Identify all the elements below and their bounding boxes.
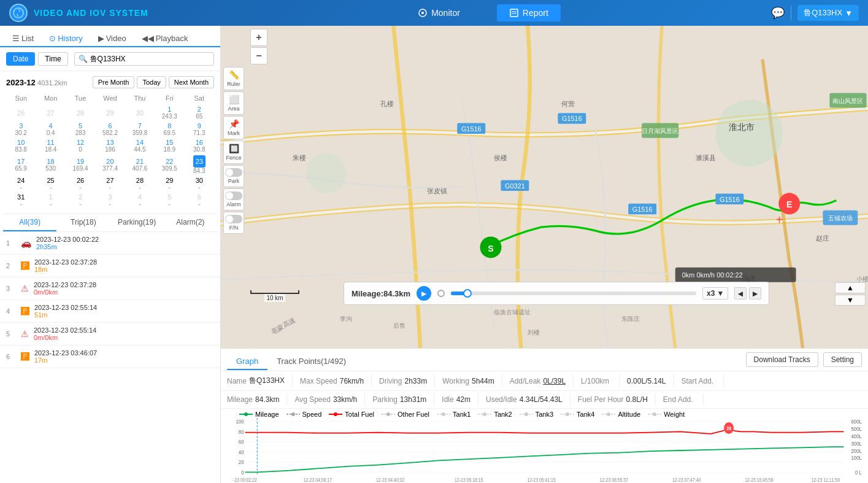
legend-tank3[interactable]: Tank3 — [520, 411, 553, 418]
event-list-item[interactable]: 4 🅿 2023-12-23 02:55:14 51m — [0, 300, 220, 323]
mark-tool-btn[interactable]: 📌 Mark — [223, 116, 244, 139]
calendar-day[interactable]: 6- — [185, 192, 214, 209]
calendar-day[interactable]: 30 — [125, 104, 155, 121]
calendar-day[interactable]: 5- — [155, 192, 184, 209]
play-btn[interactable]: ▶ — [417, 286, 431, 301]
fn-tool-btn[interactable]: F/N — [223, 212, 244, 234]
graph-tab[interactable]: Graph — [227, 354, 267, 370]
legend-tank1[interactable]: Tank1 — [437, 411, 470, 418]
legend-speed[interactable]: Speed — [286, 411, 322, 418]
event-list-item[interactable]: 5 ⚠ 2023-12-23 02:55:14 0m/0km — [0, 323, 220, 346]
calendar-day[interactable]: 25- — [36, 176, 65, 192]
zoom-in-btn[interactable]: + — [250, 29, 267, 46]
next-arrow[interactable]: ▶ — [749, 287, 761, 299]
tab-history[interactable]: ⊙ History — [43, 31, 88, 47]
event-list-item[interactable]: 6 🅿 2023-12-23 03:46:07 17m — [0, 346, 220, 368]
calendar-day[interactable]: 1- — [36, 192, 65, 209]
legend-mileage[interactable]: Mileage — [239, 411, 279, 418]
alarm-tool-btn[interactable]: Alarm — [223, 188, 244, 211]
next-month-btn[interactable]: Next Month — [169, 76, 214, 88]
calendar-day[interactable]: 24- — [6, 176, 36, 192]
tab-video[interactable]: ▶ Video — [92, 31, 133, 46]
filter-trip[interactable]: Trip(18) — [56, 214, 110, 231]
report-btn[interactable]: Report — [497, 4, 561, 21]
filter-parking[interactable]: Parking(19) — [110, 214, 164, 231]
calendar-day[interactable]: 28- — [125, 176, 155, 192]
calendar-day[interactable]: 1083.8 — [6, 137, 36, 154]
calendar-day[interactable]: 31- — [6, 192, 36, 209]
calendar-day[interactable]: 6582.2 — [95, 121, 125, 137]
event-list-item[interactable]: 2 🅿 2023-12-23 02:37:28 18m — [0, 255, 220, 277]
calendar-day[interactable]: 3- — [95, 192, 125, 209]
download-tracks-btn[interactable]: Download Tracks — [746, 352, 818, 367]
calendar-day[interactable]: 1765.9 — [6, 154, 36, 176]
ruler-tool-btn[interactable]: 📏 Ruler — [223, 67, 244, 90]
collapse-up-btn[interactable]: ▲ — [835, 282, 866, 293]
calendar-day[interactable]: 22309.5 — [155, 154, 184, 176]
calendar-day[interactable]: 7359.8 — [125, 121, 155, 137]
calendar-day[interactable]: 30- — [185, 176, 214, 192]
calendar-day[interactable]: 40.4 — [36, 121, 65, 137]
pause-btn[interactable] — [437, 290, 445, 297]
speed-selector[interactable]: x3 ▼ — [702, 287, 728, 299]
playback-bar[interactable] — [451, 292, 696, 295]
calendar-day[interactable]: 27 — [36, 104, 65, 121]
calendar-day[interactable]: 4- — [125, 192, 155, 209]
calendar-day[interactable]: 2384.3 — [185, 154, 214, 176]
monitor-btn[interactable]: Monitor — [405, 4, 472, 21]
calendar-day[interactable]: 1444.5 — [125, 137, 155, 154]
calendar-day[interactable]: 21407.6 — [125, 154, 155, 176]
legend-altitude[interactable]: Altitude — [602, 411, 640, 418]
filter-all[interactable]: All(39) — [3, 214, 56, 231]
calendar-day[interactable]: 330.2 — [6, 121, 36, 137]
calendar-day[interactable]: 20377.4 — [95, 154, 125, 176]
calendar-day[interactable]: 13186 — [95, 137, 125, 154]
collapse-down-btn[interactable]: ▼ — [835, 295, 866, 306]
calendar-day[interactable]: 27- — [95, 176, 125, 192]
area-tool-btn[interactable]: ⬜ Area — [223, 91, 244, 115]
cal-km-value: 169.4 — [67, 165, 94, 172]
calendar-day[interactable]: 1518.9 — [155, 137, 184, 154]
calendar-day[interactable]: 28 — [66, 104, 95, 121]
calendar-day[interactable]: 26- — [66, 176, 95, 192]
tab-playback[interactable]: ◀◀ Playback — [136, 31, 194, 46]
vehicle-selector[interactable]: 鲁Q133HX ▼ — [797, 5, 859, 21]
legend-other-fuel[interactable]: Other Fuel — [382, 411, 429, 418]
prev-arrow[interactable]: ◀ — [734, 287, 747, 299]
today-btn[interactable]: Today — [137, 76, 166, 88]
vehicle-search-input[interactable] — [90, 55, 210, 63]
setting-btn[interactable]: Setting — [823, 352, 862, 367]
fence-tool-btn[interactable]: 🔲 Fence — [223, 141, 244, 164]
calendar-day[interactable]: 5283 — [66, 121, 95, 137]
calendar-day[interactable]: 1118.4 — [36, 137, 65, 154]
legend-tank2[interactable]: Tank2 — [478, 411, 512, 418]
legend-weight[interactable]: Weight — [648, 411, 685, 418]
calendar-day[interactable]: 2- — [66, 192, 95, 209]
calendar-day[interactable]: 120 — [66, 137, 95, 154]
calendar-day[interactable]: 971.3 — [185, 121, 214, 137]
calendar-day[interactable]: 29- — [155, 176, 184, 192]
svg-text:E: E — [786, 199, 792, 209]
pre-month-btn[interactable]: Pre Month — [93, 76, 135, 88]
map-container[interactable]: 淮北市 宿州市 濉溪县 朱楼 孔楼 何营 侯楼 张皮镇 慕庄 冯庄 赵庄 G15… — [221, 26, 868, 348]
calendar-day[interactable]: 1630.8 — [185, 137, 214, 154]
calendar-day[interactable]: 26 — [6, 104, 36, 121]
legend-total-fuel[interactable]: Total Fuel — [329, 411, 374, 418]
tab-list[interactable]: ☰ List — [6, 31, 40, 46]
calendar-day[interactable]: 1243.3 — [155, 104, 184, 121]
date-toggle-btn[interactable]: Date — [6, 52, 35, 66]
calendar-day[interactable]: 29 — [95, 104, 125, 121]
calendar-day[interactable]: 18530 — [36, 154, 65, 176]
event-list-item[interactable]: 3 ⚠ 2023-12-23 02:37:28 0m/0km — [0, 277, 220, 300]
legend-tank4[interactable]: Tank4 — [561, 411, 594, 418]
calendar-day[interactable]: 869.5 — [155, 121, 184, 137]
filter-alarm[interactable]: Alarm(2) — [164, 214, 217, 231]
time-toggle-btn[interactable]: Time — [38, 52, 67, 66]
zoom-out-btn[interactable]: − — [250, 47, 267, 64]
park-tool-btn[interactable]: Park — [223, 165, 244, 187]
calendar-day[interactable]: 265 — [185, 104, 214, 121]
message-icon[interactable]: 💬 — [771, 6, 785, 20]
calendar-day[interactable]: 19169.4 — [66, 154, 95, 176]
track-points-tab[interactable]: Track Points(1/492) — [267, 354, 355, 370]
event-list-item[interactable]: 1 🚗 2023-12-23 00:02:22 2h35m — [0, 232, 220, 255]
